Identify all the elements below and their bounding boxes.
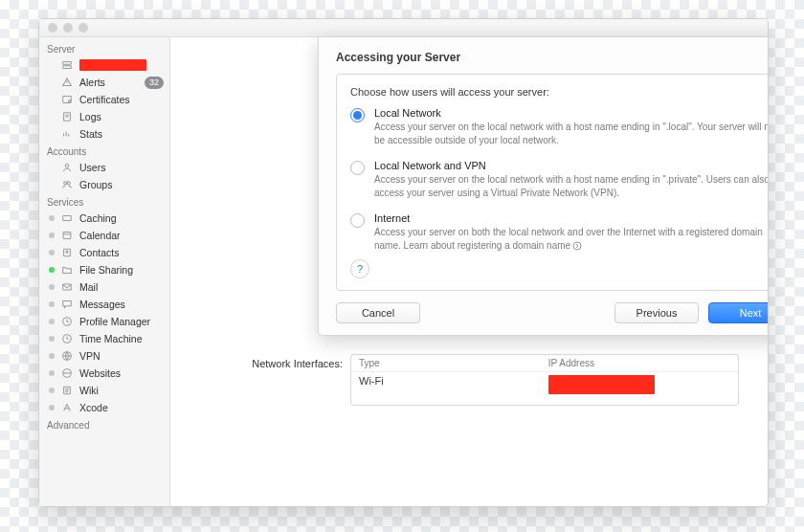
cancel-button[interactable]: Cancel [336,302,420,323]
status-dot-icon [49,215,55,221]
sidebar-item-server-icon[interactable] [39,56,169,74]
sidebar-group-advanced: Advanced [39,416,169,432]
option-title: Internet [374,212,769,224]
svg-rect-14 [63,215,72,220]
network-interfaces-label: Network Interfaces: [199,354,343,369]
sidebar-item-users[interactable]: Users [39,159,169,176]
sidebar-item-label: Messages [79,299,164,310]
calendar-icon [60,230,74,241]
status-dot-icon [49,267,55,273]
sidebar-item-file-sharing[interactable]: File Sharing [39,261,169,278]
sidebar-item-label: Profile Manager [79,316,164,327]
status-dot-icon [49,62,55,68]
contacts-icon [60,247,74,258]
column-header-type[interactable]: Type [351,355,541,371]
radio-button[interactable] [350,108,365,122]
status-dot-icon [49,388,55,393]
sidebar-item-vpn[interactable]: VPN [39,347,169,365]
sheet-title: Accessing your Server [336,51,769,64]
sidebar-item-label: Time Machine [79,333,164,344]
status-dot-icon [49,97,55,102]
chevron-right-icon[interactable] [572,241,582,251]
sidebar-item-time-machine[interactable]: Time Machine [39,330,169,347]
sidebar-group-accounts: Accounts [39,143,169,159]
previous-button[interactable]: Previous [614,302,699,323]
sidebar-item-xcode[interactable]: Xcode [39,399,169,416]
status-dot-icon [49,233,55,238]
option-description: Access your server on the local network … [374,121,769,146]
sidebar-item-label: VPN [79,350,164,362]
status-dot-icon [49,319,55,324]
options-prompt: Choose how users will access your server… [350,86,769,98]
caching-icon [60,212,74,224]
mail-icon [60,281,74,293]
svg-point-4 [68,100,70,102]
sidebar-item-contacts[interactable]: Contacts [39,244,169,261]
status-dot-icon [49,182,55,188]
option-title: Local Network and VPN [374,160,769,171]
logs-icon [60,111,74,122]
messages-icon [60,299,74,310]
wiki-icon [60,385,74,396]
status-dot-icon [49,284,55,290]
radio-button[interactable] [350,161,365,175]
sidebar-item-mail[interactable]: Mail [39,278,169,296]
server-app-window: ServerAlerts32CertificatesLogsStatsAccou… [38,18,769,507]
xcode-icon [60,402,74,413]
sidebar-item-calendar[interactable]: Calendar [39,227,169,244]
status-dot-icon [49,114,55,120]
sidebar-item-label: File Sharing [79,264,164,276]
accessing-server-sheet: Accessing your Server Choose how users w… [318,37,769,336]
sidebar-item-wiki[interactable]: Wiki [39,382,169,399]
window-titlebar [39,19,768,37]
main-content: Network Interfaces: Type IP Address Wi-F… [170,19,768,506]
status-dot-icon [49,301,55,307]
sidebar: ServerAlerts32CertificatesLogsStatsAccou… [39,19,170,506]
sidebar-item-alerts[interactable]: Alerts32 [39,74,169,91]
alerts-badge: 32 [145,77,164,89]
svg-point-18 [66,251,68,253]
minimize-traffic-light-icon[interactable] [63,23,73,33]
vpn-icon [60,350,74,362]
status-dot-icon [49,79,55,85]
alert-icon [60,77,74,88]
websites-icon [60,367,74,379]
sidebar-item-certificates[interactable]: Certificates [39,91,169,108]
sidebar-item-label: Certificates [79,94,164,105]
sidebar-group-server: Server [39,40,169,56]
sidebar-item-logs[interactable]: Logs [39,108,169,125]
column-header-ip[interactable]: IP Address [541,355,738,371]
access-option-internet[interactable]: InternetAccess your server on both the l… [350,212,769,252]
svg-point-30 [573,242,581,250]
svg-rect-1 [63,66,72,69]
status-dot-icon [49,336,55,342]
sidebar-item-websites[interactable]: Websites [39,365,169,382]
sidebar-item-messages[interactable]: Messages [39,296,169,313]
timemachine-icon [60,333,74,344]
options-box: Choose how users will access your server… [336,74,769,291]
group-icon [60,179,74,190]
option-description: Access your server on both the local net… [374,226,769,252]
access-option-local-network-and-vpn[interactable]: Local Network and VPNAccess your server … [350,160,769,199]
table-row[interactable]: Wi-Fi [351,372,738,397]
sidebar-item-groups[interactable]: Groups [39,176,169,193]
help-button[interactable]: ? [350,259,369,278]
sidebar-item-stats[interactable]: Stats [39,125,169,143]
svg-point-13 [67,182,70,185]
close-traffic-light-icon[interactable] [48,23,57,33]
sidebar-item-label: Alerts [79,77,139,88]
sidebar-item-label: Mail [79,281,164,293]
sidebar-item-label: Xcode [79,402,164,413]
sidebar-item-caching[interactable]: Caching [39,210,169,227]
stats-icon [60,128,74,140]
zoom-traffic-light-icon[interactable] [78,23,88,33]
svg-point-12 [64,182,67,185]
access-option-local-network[interactable]: Local NetworkAccess your server on the l… [350,107,769,146]
next-button[interactable]: Next [708,302,769,323]
radio-button[interactable] [350,213,365,228]
option-title: Local Network [374,107,769,119]
certificate-icon [60,94,74,105]
sidebar-item-profile-manager[interactable]: Profile Manager [39,313,169,330]
sidebar-item-label: Calendar [79,230,164,241]
network-interfaces-table: Type IP Address Wi-Fi [350,354,739,406]
